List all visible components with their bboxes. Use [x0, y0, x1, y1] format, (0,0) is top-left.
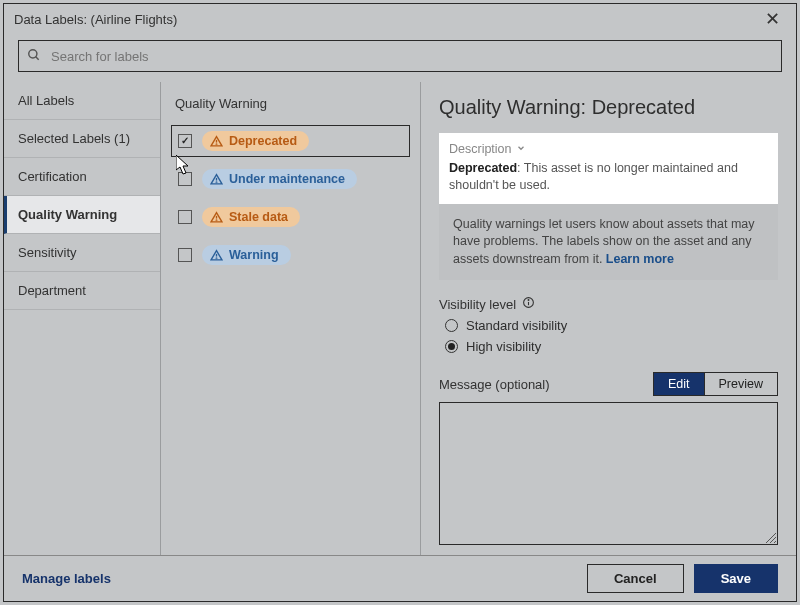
description-label: Description: [449, 141, 512, 158]
visibility-label: Visibility level: [439, 297, 516, 312]
warning-icon: [210, 249, 223, 262]
info-callout: Quality warnings let users know about as…: [439, 204, 778, 281]
checkbox-deprecated[interactable]: [178, 134, 192, 148]
sidebar-item-department[interactable]: Department: [4, 272, 160, 310]
label-pill-text: Warning: [229, 248, 279, 262]
learn-more-link[interactable]: Learn more: [606, 252, 674, 266]
visibility-block: Visibility level Standard visibility Hig…: [439, 296, 778, 354]
sidebar-item-sensitivity[interactable]: Sensitivity: [4, 234, 160, 272]
checkbox-under-maintenance[interactable]: [178, 172, 192, 186]
message-textarea[interactable]: [439, 402, 778, 545]
search-wrap: [4, 34, 796, 82]
label-pill-text: Under maintenance: [229, 172, 345, 186]
visibility-heading: Visibility level: [439, 296, 778, 312]
sidebar-item-all-labels[interactable]: All Labels: [4, 82, 160, 120]
label-row-warning[interactable]: Warning: [171, 239, 410, 271]
titlebar: Data Labels: (Airline Flights) ✕: [4, 4, 796, 34]
checkbox-stale-data[interactable]: [178, 210, 192, 224]
data-labels-dialog: Data Labels: (Airline Flights) ✕ All Lab…: [3, 3, 797, 602]
info-icon[interactable]: [522, 296, 535, 312]
svg-point-9: [216, 257, 217, 258]
tab-preview[interactable]: Preview: [705, 372, 778, 396]
svg-line-1: [36, 56, 39, 59]
warning-icon: [210, 211, 223, 224]
close-icon[interactable]: ✕: [759, 8, 786, 30]
resize-handle-icon[interactable]: [764, 531, 776, 543]
radio-standard[interactable]: [445, 319, 458, 332]
visibility-option-standard[interactable]: Standard visibility: [445, 318, 778, 333]
search-input[interactable]: [49, 48, 773, 65]
sidebar-item-quality-warning[interactable]: Quality Warning: [4, 196, 160, 234]
description-body: Deprecated: This asset is no longer main…: [449, 160, 768, 194]
detail-panel: Quality Warning: Deprecated Description …: [421, 82, 796, 555]
save-button[interactable]: Save: [694, 564, 778, 593]
svg-point-12: [528, 300, 529, 301]
chevron-down-icon: [516, 141, 526, 158]
dialog-footer: Manage labels Cancel Save: [4, 555, 796, 601]
svg-point-5: [216, 181, 217, 182]
radio-label: Standard visibility: [466, 318, 567, 333]
label-pill-under-maintenance: Under maintenance: [202, 169, 357, 189]
label-pill-text: Deprecated: [229, 134, 297, 148]
label-pill-text: Stale data: [229, 210, 288, 224]
label-pill-warning: Warning: [202, 245, 291, 265]
svg-point-3: [216, 143, 217, 144]
message-label: Message (optional): [439, 377, 550, 392]
radio-high[interactable]: [445, 340, 458, 353]
search-bar[interactable]: [18, 40, 782, 72]
label-row-stale-data[interactable]: Stale data: [171, 201, 410, 233]
cancel-button[interactable]: Cancel: [587, 564, 684, 593]
description-toggle[interactable]: Description: [449, 141, 526, 158]
warning-icon: [210, 173, 223, 186]
info-text: Quality warnings let users know about as…: [453, 217, 755, 266]
detail-heading: Quality Warning: Deprecated: [439, 96, 778, 119]
tab-edit[interactable]: Edit: [653, 372, 705, 396]
description-box[interactable]: Description Deprecated: This asset is no…: [439, 133, 778, 204]
label-row-under-maintenance[interactable]: Under maintenance: [171, 163, 410, 195]
warning-icon: [210, 135, 223, 148]
svg-line-15: [774, 541, 776, 543]
visibility-option-high[interactable]: High visibility: [445, 339, 778, 354]
labels-column: Quality Warning Deprecated Under mainten…: [161, 82, 421, 555]
manage-labels-link[interactable]: Manage labels: [22, 571, 111, 586]
checkbox-warning[interactable]: [178, 248, 192, 262]
radio-label: High visibility: [466, 339, 541, 354]
label-pill-deprecated: Deprecated: [202, 131, 309, 151]
sidebar-item-certification[interactable]: Certification: [4, 158, 160, 196]
label-row-deprecated[interactable]: Deprecated: [171, 125, 410, 157]
category-sidebar: All Labels Selected Labels (1) Certifica…: [4, 82, 161, 555]
message-header: Message (optional) Edit Preview: [439, 372, 778, 396]
svg-point-7: [216, 219, 217, 220]
search-icon: [27, 48, 41, 65]
svg-point-0: [29, 49, 37, 57]
description-name: Deprecated: [449, 161, 517, 175]
main-area: All Labels Selected Labels (1) Certifica…: [4, 82, 796, 555]
label-pill-stale-data: Stale data: [202, 207, 300, 227]
sidebar-item-selected-labels[interactable]: Selected Labels (1): [4, 120, 160, 158]
dialog-title: Data Labels: (Airline Flights): [14, 12, 177, 27]
labels-column-heading: Quality Warning: [175, 96, 410, 111]
message-block: Message (optional) Edit Preview: [439, 372, 778, 545]
